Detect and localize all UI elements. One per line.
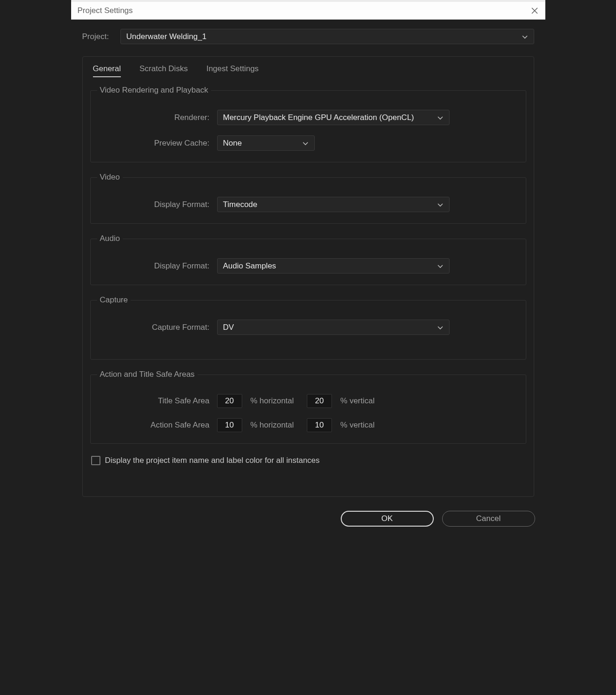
tabs: General Scratch Disks Ingest Settings bbox=[90, 64, 526, 86]
group-video-legend: Video bbox=[97, 173, 123, 182]
pct-vertical-label: % vertical bbox=[340, 421, 375, 430]
video-display-format-label: Display Format: bbox=[97, 200, 217, 209]
group-rendering: Video Rendering and Playback Renderer: M… bbox=[90, 86, 526, 162]
display-instances-label: Display the project item name and label … bbox=[105, 456, 320, 465]
title-safe-label: Title Safe Area bbox=[97, 396, 217, 406]
preview-cache-value: None bbox=[223, 139, 242, 148]
video-display-format-value: Timecode bbox=[223, 200, 258, 209]
video-display-format-dropdown[interactable]: Timecode bbox=[217, 197, 450, 212]
capture-format-label: Capture Format: bbox=[97, 323, 217, 332]
ok-button[interactable]: OK bbox=[341, 511, 434, 527]
capture-format-value: DV bbox=[223, 323, 234, 332]
close-icon[interactable] bbox=[530, 7, 539, 15]
chevron-down-icon bbox=[437, 263, 444, 269]
group-safe-areas: Action and Title Safe Areas Title Safe A… bbox=[90, 370, 526, 444]
chevron-down-icon bbox=[302, 140, 309, 147]
tab-scratch-disks[interactable]: Scratch Disks bbox=[139, 64, 188, 77]
display-instances-checkbox[interactable] bbox=[91, 456, 100, 465]
audio-display-format-label: Display Format: bbox=[97, 261, 217, 271]
chevron-down-icon bbox=[437, 201, 444, 208]
content-area: Project: Underwater Welding_1 General Sc… bbox=[71, 20, 545, 503]
renderer-dropdown[interactable]: Mercury Playback Engine GPU Acceleration… bbox=[217, 110, 450, 125]
group-video: Video Display Format: Timecode bbox=[90, 173, 526, 224]
project-row: Project: Underwater Welding_1 bbox=[82, 29, 534, 44]
cancel-button[interactable]: Cancel bbox=[442, 511, 535, 527]
project-settings-window: Project Settings Project: Underwater Wel… bbox=[71, 0, 545, 535]
title-safe-horizontal-input[interactable] bbox=[217, 394, 242, 408]
chevron-down-icon bbox=[437, 324, 444, 331]
footer: OK Cancel bbox=[71, 503, 545, 535]
group-rendering-legend: Video Rendering and Playback bbox=[97, 86, 211, 95]
titlebar: Project Settings bbox=[71, 0, 545, 20]
title-safe-vertical-input[interactable] bbox=[307, 394, 332, 408]
renderer-label: Renderer: bbox=[97, 113, 217, 122]
group-audio: Audio Display Format: Audio Samples bbox=[90, 234, 526, 285]
preview-cache-label: Preview Cache: bbox=[97, 139, 217, 148]
group-capture-legend: Capture bbox=[97, 295, 131, 305]
pct-horizontal-label: % horizontal bbox=[251, 421, 294, 430]
chevron-down-icon bbox=[437, 114, 444, 121]
capture-format-dropdown[interactable]: DV bbox=[217, 320, 450, 335]
pct-horizontal-label: % horizontal bbox=[251, 396, 294, 406]
renderer-value: Mercury Playback Engine GPU Acceleration… bbox=[223, 113, 414, 122]
action-safe-horizontal-input[interactable] bbox=[217, 418, 242, 432]
chevron-down-icon bbox=[522, 33, 528, 40]
preview-cache-dropdown[interactable]: None bbox=[217, 135, 315, 151]
action-safe-label: Action Safe Area bbox=[97, 421, 217, 430]
group-capture: Capture Capture Format: DV bbox=[90, 295, 526, 360]
settings-panel: General Scratch Disks Ingest Settings Vi… bbox=[82, 56, 534, 497]
action-safe-vertical-input[interactable] bbox=[307, 418, 332, 432]
project-label: Project: bbox=[82, 32, 114, 41]
project-dropdown-value: Underwater Welding_1 bbox=[126, 32, 207, 41]
audio-display-format-value: Audio Samples bbox=[223, 261, 276, 271]
tab-ingest-settings[interactable]: Ingest Settings bbox=[206, 64, 258, 77]
window-title: Project Settings bbox=[78, 6, 133, 15]
audio-display-format-dropdown[interactable]: Audio Samples bbox=[217, 258, 450, 274]
group-audio-legend: Audio bbox=[97, 234, 123, 243]
pct-vertical-label: % vertical bbox=[340, 396, 375, 406]
project-dropdown[interactable]: Underwater Welding_1 bbox=[120, 29, 534, 44]
group-safe-legend: Action and Title Safe Areas bbox=[97, 370, 198, 379]
display-instances-row: Display the project item name and label … bbox=[90, 456, 526, 465]
tab-general[interactable]: General bbox=[93, 64, 121, 77]
